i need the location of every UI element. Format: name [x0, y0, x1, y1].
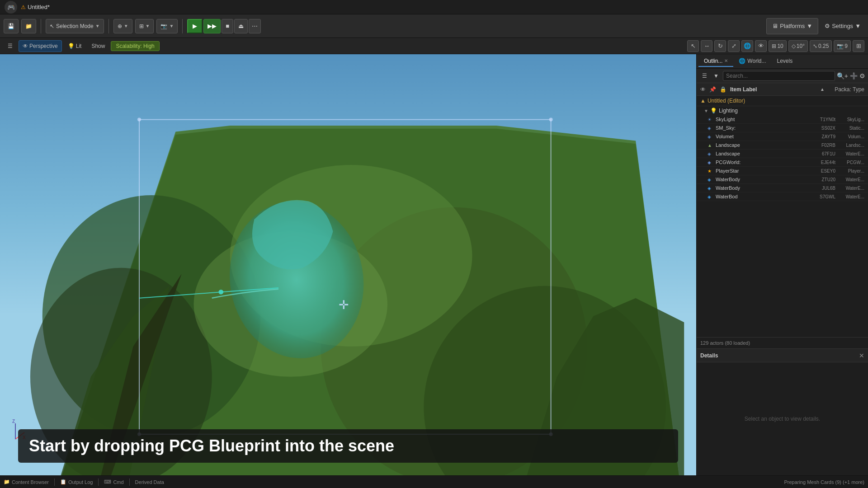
open-button[interactable]: 📁 — [21, 19, 36, 33]
output-log-label: Output Log — [68, 479, 93, 485]
actor-name: Landscape — [716, 151, 807, 156]
actor-id: T1YN0t — [808, 117, 835, 122]
actor-type: WaterE... — [837, 151, 864, 156]
statusbar: 📁 Content Browser 📋 Output Log ⌨ Cmd Der… — [0, 475, 868, 488]
output-log-status[interactable]: 📋 Output Log — [60, 479, 93, 485]
tooltip-overlay: Start by dropping PCG Blueprint into the… — [18, 429, 678, 463]
grid-icon: ⊞ — [772, 43, 776, 49]
search-plus-button[interactable]: 🔍+ — [837, 72, 848, 80]
status-separator-3 — [129, 479, 130, 486]
actor-type: Player... — [837, 169, 864, 174]
tab-levels[interactable]: Levels — [771, 56, 798, 67]
move-tool-button[interactable]: ↔ — [701, 40, 712, 52]
grid-size-button[interactable]: ⊞ 10 — [769, 40, 786, 52]
staticmesh-icon: ◈ — [708, 126, 714, 131]
outliner-tab-close[interactable]: ✕ — [724, 58, 728, 63]
list-item[interactable]: ◈ WaterBod S7GWL WaterE... — [697, 192, 868, 201]
camera-view-button[interactable]: 👁 — [755, 40, 767, 52]
actor-count: 129 actors (80 loaded) — [697, 337, 868, 349]
tab-world[interactable]: 🌐 World... — [733, 56, 771, 67]
outliner-section-lighting[interactable]: ▼ 💡 Lighting — [697, 106, 868, 115]
list-item[interactable]: ◈ SM_Sky: SS02X Static... — [697, 124, 868, 132]
content-browser-status[interactable]: 📁 Content Browser — [4, 479, 49, 485]
play-next-button[interactable]: ▶▶ — [203, 19, 221, 33]
list-item[interactable]: ▲ Landscape F02RB Landsc... — [697, 141, 868, 150]
platforms-icon: 🖥 — [772, 23, 778, 29]
perspective-button[interactable]: 👁 Perspective — [19, 40, 62, 52]
angle-snap-button[interactable]: ◇ 10° — [788, 40, 808, 52]
root-icon: ▲ — [700, 98, 706, 104]
pcg-icon: ◈ — [708, 160, 714, 165]
cmd-icon: ⌨ — [104, 479, 111, 485]
filter-down-button[interactable]: ▼ — [711, 71, 721, 81]
panel-tabs: Outlin... ✕ 🌐 World... Levels — [697, 54, 868, 69]
camera-speed-button[interactable]: 📷 9 — [834, 40, 851, 52]
platforms-button[interactable]: 🖥 Platforms ▼ — [766, 18, 818, 34]
lock-icon: 🔒 — [720, 86, 726, 93]
outliner-column-headers: 👁 📌 🔒 Item Label ▲ Packa: Type — [697, 83, 868, 96]
waterbody3-icon: ◈ — [708, 194, 714, 199]
lit-button[interactable]: 💡 Lit — [64, 40, 86, 52]
gear-icon: ⚙ — [825, 23, 830, 29]
list-item[interactable]: ◈ Volumet ZAYT9 Volum... — [697, 132, 868, 141]
preparing-status: Preparing Mesh Cards (9) (+1 more) — [784, 479, 864, 485]
camera-arrow-icon: ▼ — [169, 23, 174, 28]
viewport[interactable]: ✛ X Z Start by dropping PCG Bluepr — [0, 54, 696, 475]
transform-button[interactable]: ⊕ ▼ — [113, 19, 132, 33]
output-log-icon: 📋 — [60, 479, 66, 485]
selection-mode-button[interactable]: ↖ Selection Mode ▼ — [46, 19, 104, 33]
scale-snap-button[interactable]: ⤡ 0.25 — [810, 40, 832, 52]
list-item[interactable]: ◈ WaterBody ZTU20 WaterE... — [697, 175, 868, 184]
settings-button[interactable]: ⚙ Settings ▼ — [821, 21, 864, 31]
scale-icon: ⤡ — [813, 43, 817, 49]
angle-value: 10° — [797, 43, 805, 49]
save-button[interactable]: 💾 — [4, 19, 19, 33]
filter-button[interactable]: ☰ — [699, 71, 709, 81]
scale-tool-button[interactable]: ⤢ — [728, 40, 740, 52]
list-item[interactable]: ☀ SkyLight T1YN0t SkyLig... — [697, 115, 868, 124]
world-tool-button[interactable]: 🌐 — [741, 40, 753, 52]
add-actor-button[interactable]: ➕ — [850, 72, 858, 80]
outliner-root[interactable]: ▲ Untitled (Editor) — [697, 96, 868, 106]
show-button[interactable]: Show — [87, 40, 109, 52]
snap-button[interactable]: ⊞ ▼ — [135, 19, 154, 33]
svg-point-15 — [218, 290, 223, 295]
camera-button[interactable]: 📷 ▼ — [156, 19, 178, 33]
select-tool-button[interactable]: ↖ — [687, 40, 699, 52]
derived-data-status[interactable]: Derived Data — [135, 479, 164, 485]
scale-value: 0.25 — [818, 43, 829, 49]
more-button[interactable]: ⋯ — [249, 19, 261, 33]
right-panel: Outlin... ✕ 🌐 World... Levels ☰ ▼ 🔍+ ➕ ⚙… — [696, 54, 868, 475]
rotate-tool-button[interactable]: ↻ — [714, 40, 726, 52]
open-icon: 📁 — [25, 23, 32, 29]
settings-button-outliner[interactable]: ⚙ — [859, 72, 865, 80]
volumetric-icon: ◈ — [708, 134, 714, 139]
sort-icon[interactable]: ▲ — [820, 87, 825, 92]
maximize-viewport-button[interactable]: ⊞ — [853, 40, 864, 52]
snap-icon: ⊞ — [139, 23, 144, 29]
landscape2-icon: ◈ — [708, 151, 714, 156]
snap-arrow-icon: ▼ — [146, 23, 150, 28]
waterbody2-icon: ◈ — [708, 186, 714, 191]
actor-id: ESEY0 — [808, 169, 835, 174]
list-item[interactable]: ★ PlayerStar ESEY0 Player... — [697, 167, 868, 175]
lit-icon: 💡 — [68, 43, 75, 49]
list-item[interactable]: ◈ WaterBody JUL6B WaterE... — [697, 184, 868, 192]
tab-outliner[interactable]: Outlin... ✕ — [698, 56, 733, 67]
pin-icon: 📌 — [709, 86, 716, 93]
actor-id: ZAYT9 — [808, 134, 835, 139]
hamburger-button[interactable]: ☰ — [4, 40, 17, 52]
list-item[interactable]: ◈ Landscape 67F1U WaterE... — [697, 150, 868, 158]
stop-button[interactable]: ■ — [222, 19, 233, 33]
actor-name: WaterBody — [716, 177, 807, 182]
search-input[interactable] — [723, 71, 835, 81]
perspective-label: Perspective — [29, 43, 58, 49]
play-button[interactable]: ▶ — [187, 19, 203, 33]
transform-icon: ⊕ — [118, 23, 122, 29]
eject-button[interactable]: ⏏ — [234, 19, 248, 33]
list-item[interactable]: ◈ PCGWorld: EJE44t PCGW... — [697, 158, 868, 167]
details-close-button[interactable]: ✕ — [859, 352, 864, 359]
lighting-label: Lighting — [719, 108, 738, 114]
expand-lighting-icon[interactable]: ▼ — [704, 108, 708, 113]
cmd-console-status[interactable]: ⌨ Cmd — [104, 479, 123, 485]
